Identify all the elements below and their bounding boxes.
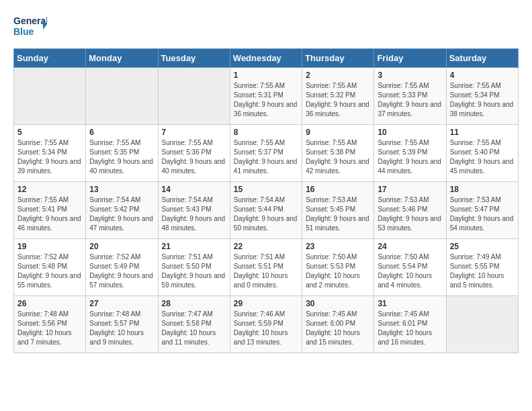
weekday-header-monday: Monday: [86, 49, 158, 68]
calendar-cell: 4 Sunrise: 7:55 AM Sunset: 5:34 PM Dayli…: [446, 68, 518, 125]
calendar-cell: 30 Sunrise: 7:45 AM Sunset: 6:00 PM Dayl…: [302, 296, 374, 353]
day-info: Sunrise: 7:55 AM Sunset: 5:31 PM Dayligh…: [234, 81, 298, 119]
day-number: 29: [234, 299, 298, 308]
day-info: Sunrise: 7:55 AM Sunset: 5:34 PM Dayligh…: [450, 81, 515, 119]
day-number: 26: [17, 299, 82, 308]
day-number: 2: [306, 71, 370, 80]
day-info: Sunrise: 7:55 AM Sunset: 5:39 PM Dayligh…: [378, 138, 442, 176]
calendar-cell: 17 Sunrise: 7:53 AM Sunset: 5:46 PM Dayl…: [374, 182, 446, 239]
calendar-table: SundayMondayTuesdayWednesdayThursdayFrid…: [13, 48, 519, 353]
day-number: 4: [450, 71, 515, 80]
day-info: Sunrise: 7:52 AM Sunset: 5:49 PM Dayligh…: [89, 253, 154, 290]
calendar-cell: 21 Sunrise: 7:51 AM Sunset: 5:50 PM Dayl…: [158, 239, 230, 296]
calendar-cell: 29 Sunrise: 7:46 AM Sunset: 5:59 PM Dayl…: [230, 296, 302, 353]
header: General Blue: [13, 13, 519, 42]
day-info: Sunrise: 7:51 AM Sunset: 5:50 PM Dayligh…: [162, 253, 226, 290]
calendar-cell: 26 Sunrise: 7:48 AM Sunset: 5:56 PM Dayl…: [14, 296, 86, 353]
calendar-cell: 28 Sunrise: 7:47 AM Sunset: 5:58 PM Dayl…: [158, 296, 230, 353]
day-info: Sunrise: 7:55 AM Sunset: 5:35 PM Dayligh…: [89, 138, 154, 176]
calendar-cell: [14, 68, 86, 125]
calendar-cell: [158, 68, 230, 125]
day-number: 30: [306, 299, 370, 308]
day-number: 24: [378, 242, 442, 251]
calendar-cell: 10 Sunrise: 7:55 AM Sunset: 5:39 PM Dayl…: [374, 125, 446, 182]
day-info: Sunrise: 7:49 AM Sunset: 5:55 PM Dayligh…: [450, 253, 515, 290]
day-info: Sunrise: 7:55 AM Sunset: 5:37 PM Dayligh…: [234, 138, 298, 176]
calendar-cell: 23 Sunrise: 7:50 AM Sunset: 5:53 PM Dayl…: [302, 239, 374, 296]
svg-text:General: General: [13, 15, 47, 26]
day-number: 10: [378, 128, 442, 137]
calendar-cell: 18 Sunrise: 7:53 AM Sunset: 5:47 PM Dayl…: [446, 182, 518, 239]
day-info: Sunrise: 7:46 AM Sunset: 5:59 PM Dayligh…: [234, 310, 298, 347]
calendar-cell: 15 Sunrise: 7:54 AM Sunset: 5:44 PM Dayl…: [230, 182, 302, 239]
day-info: Sunrise: 7:55 AM Sunset: 5:40 PM Dayligh…: [450, 138, 515, 176]
day-info: Sunrise: 7:54 AM Sunset: 5:44 PM Dayligh…: [234, 195, 298, 233]
day-info: Sunrise: 7:51 AM Sunset: 5:51 PM Dayligh…: [234, 253, 298, 290]
day-info: Sunrise: 7:48 AM Sunset: 5:56 PM Dayligh…: [17, 310, 82, 347]
calendar-cell: 19 Sunrise: 7:52 AM Sunset: 5:48 PM Dayl…: [14, 239, 86, 296]
weekday-header-tuesday: Tuesday: [158, 49, 230, 68]
weekday-header-row: SundayMondayTuesdayWednesdayThursdayFrid…: [14, 49, 519, 68]
day-info: Sunrise: 7:55 AM Sunset: 5:33 PM Dayligh…: [378, 81, 442, 119]
day-info: Sunrise: 7:54 AM Sunset: 5:42 PM Dayligh…: [89, 195, 154, 233]
week-row-3: 12 Sunrise: 7:55 AM Sunset: 5:41 PM Dayl…: [14, 182, 519, 239]
svg-text:Blue: Blue: [13, 26, 34, 37]
calendar-cell: [86, 68, 158, 125]
day-number: 19: [17, 242, 82, 251]
calendar-cell: 25 Sunrise: 7:49 AM Sunset: 5:55 PM Dayl…: [446, 239, 518, 296]
calendar-cell: 12 Sunrise: 7:55 AM Sunset: 5:41 PM Dayl…: [14, 182, 86, 239]
day-number: 16: [306, 185, 370, 194]
day-info: Sunrise: 7:48 AM Sunset: 5:57 PM Dayligh…: [89, 310, 154, 347]
calendar-cell: 1 Sunrise: 7:55 AM Sunset: 5:31 PM Dayli…: [230, 68, 302, 125]
day-number: 15: [234, 185, 298, 194]
day-number: 11: [450, 128, 515, 137]
calendar-cell: 31 Sunrise: 7:45 AM Sunset: 6:01 PM Dayl…: [374, 296, 446, 353]
day-info: Sunrise: 7:52 AM Sunset: 5:48 PM Dayligh…: [17, 253, 82, 290]
calendar-cell: 11 Sunrise: 7:55 AM Sunset: 5:40 PM Dayl…: [446, 125, 518, 182]
day-info: Sunrise: 7:45 AM Sunset: 6:00 PM Dayligh…: [306, 310, 370, 347]
logo: General Blue: [13, 13, 47, 42]
calendar-cell: 16 Sunrise: 7:53 AM Sunset: 5:45 PM Dayl…: [302, 182, 374, 239]
day-number: 14: [162, 185, 226, 194]
calendar-cell: 13 Sunrise: 7:54 AM Sunset: 5:42 PM Dayl…: [86, 182, 158, 239]
day-info: Sunrise: 7:45 AM Sunset: 6:01 PM Dayligh…: [378, 310, 442, 347]
day-info: Sunrise: 7:55 AM Sunset: 5:41 PM Dayligh…: [17, 195, 82, 233]
day-number: 1: [234, 71, 298, 80]
day-number: 22: [234, 242, 298, 251]
weekday-header-thursday: Thursday: [302, 49, 374, 68]
day-number: 27: [89, 299, 154, 308]
weekday-header-wednesday: Wednesday: [230, 49, 302, 68]
day-number: 5: [17, 128, 82, 137]
day-number: 31: [378, 299, 442, 308]
day-number: 9: [306, 128, 370, 137]
day-number: 3: [378, 71, 442, 80]
day-number: 13: [89, 185, 154, 194]
calendar-cell: 9 Sunrise: 7:55 AM Sunset: 5:38 PM Dayli…: [302, 125, 374, 182]
day-info: Sunrise: 7:53 AM Sunset: 5:47 PM Dayligh…: [450, 195, 515, 233]
calendar-cell: 14 Sunrise: 7:54 AM Sunset: 5:43 PM Dayl…: [158, 182, 230, 239]
calendar-cell: 5 Sunrise: 7:55 AM Sunset: 5:34 PM Dayli…: [14, 125, 86, 182]
day-number: 8: [234, 128, 298, 137]
calendar-cell: 27 Sunrise: 7:48 AM Sunset: 5:57 PM Dayl…: [86, 296, 158, 353]
day-info: Sunrise: 7:55 AM Sunset: 5:36 PM Dayligh…: [162, 138, 226, 176]
calendar-cell: 8 Sunrise: 7:55 AM Sunset: 5:37 PM Dayli…: [230, 125, 302, 182]
day-info: Sunrise: 7:50 AM Sunset: 5:54 PM Dayligh…: [378, 253, 442, 290]
calendar-cell: 20 Sunrise: 7:52 AM Sunset: 5:49 PM Dayl…: [86, 239, 158, 296]
day-info: Sunrise: 7:47 AM Sunset: 5:58 PM Dayligh…: [162, 310, 226, 347]
day-number: 17: [378, 185, 442, 194]
day-number: 12: [17, 185, 82, 194]
day-number: 20: [89, 242, 154, 251]
week-row-1: 1 Sunrise: 7:55 AM Sunset: 5:31 PM Dayli…: [14, 68, 519, 125]
day-number: 28: [162, 299, 226, 308]
week-row-5: 26 Sunrise: 7:48 AM Sunset: 5:56 PM Dayl…: [14, 296, 519, 353]
day-number: 21: [162, 242, 226, 251]
weekday-header-friday: Friday: [374, 49, 446, 68]
day-info: Sunrise: 7:50 AM Sunset: 5:53 PM Dayligh…: [306, 253, 370, 290]
day-number: 7: [162, 128, 226, 137]
calendar-cell: 6 Sunrise: 7:55 AM Sunset: 5:35 PM Dayli…: [86, 125, 158, 182]
day-number: 18: [450, 185, 515, 194]
day-info: Sunrise: 7:53 AM Sunset: 5:46 PM Dayligh…: [378, 195, 442, 233]
day-info: Sunrise: 7:53 AM Sunset: 5:45 PM Dayligh…: [306, 195, 370, 233]
week-row-2: 5 Sunrise: 7:55 AM Sunset: 5:34 PM Dayli…: [14, 125, 519, 182]
day-info: Sunrise: 7:55 AM Sunset: 5:34 PM Dayligh…: [17, 138, 82, 176]
